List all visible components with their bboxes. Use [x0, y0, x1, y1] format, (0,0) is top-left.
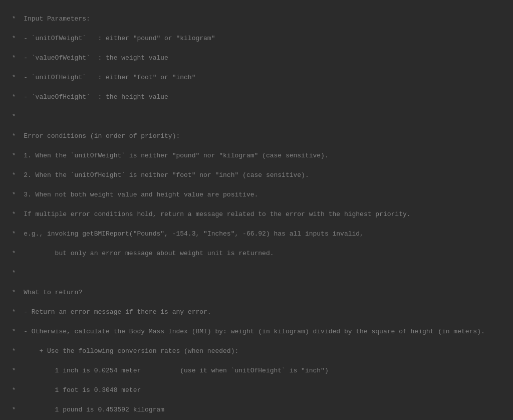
code-line: * - `unitOfHeight` : either "foot" or "i…	[8, 73, 505, 83]
code-line: * Input Parameters:	[8, 14, 505, 24]
code-line: * - `unitOfWeight` : either "pound" or "…	[8, 34, 505, 44]
code-line: * If multiple error conditions hold, ret…	[8, 209, 505, 220]
code-line: * 1 inch is 0.0254 meter (use it when `u…	[8, 366, 505, 376]
code-line: * - Otherwise, calculate the Body Mass I…	[8, 327, 505, 337]
code-line: * - `valueOfWeight` : the weight value	[8, 53, 505, 63]
code-line: * 1. When the `unitOfWeight` is neither …	[8, 151, 505, 161]
code-line: * Error conditions (in order of priority…	[8, 131, 505, 141]
code-line: * e.g., invoking getBMIReport("Pounds", …	[8, 229, 505, 239]
code-line: * 3. When not both weight value and heig…	[8, 190, 505, 200]
code-line: * - `valueOfHeight` : the height value	[8, 92, 505, 102]
code-line: *	[8, 112, 505, 122]
code-line: * 1 pound is 0.453592 kilogram	[8, 405, 505, 415]
code-line: * but only an error message about weight…	[8, 249, 505, 259]
code-line: *	[8, 268, 505, 278]
code-line: * - Return an error message if there is …	[8, 307, 505, 317]
code-line: * What to return?	[8, 288, 505, 298]
code-line: * 1 foot is 0.3048 meter	[8, 385, 505, 395]
code-line: * 2. When the `unitOfHeight` is neither …	[8, 170, 505, 180]
code-block: * Input Parameters: * - `unitOfWeight` :…	[0, 0, 513, 420]
code-line: * + Use the following conversion rates (…	[8, 346, 505, 356]
code-container: * Input Parameters: * - `unitOfWeight` :…	[0, 0, 513, 420]
